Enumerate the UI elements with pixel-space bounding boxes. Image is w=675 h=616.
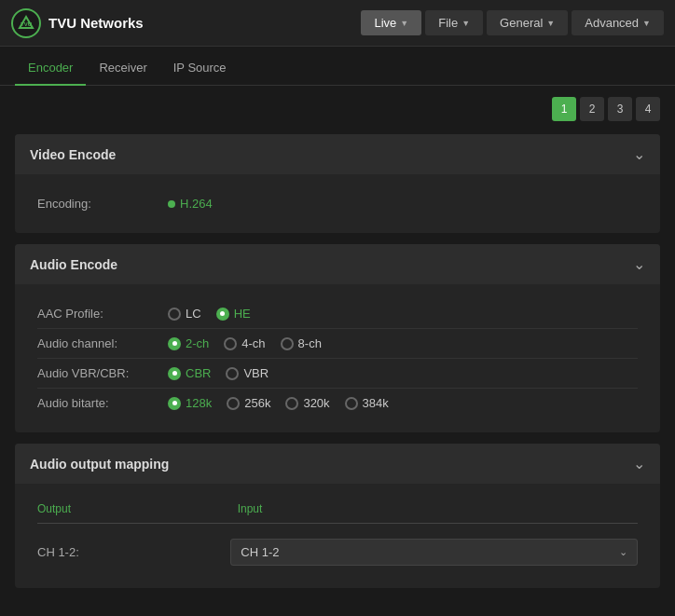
output-ch12-label: CH 1-2: bbox=[37, 545, 230, 559]
audio-channel-row: Audio channel: 2-ch 4-ch 8-ch bbox=[37, 329, 638, 359]
audio-channel-controls: 2-ch 4-ch 8-ch bbox=[168, 336, 638, 350]
bitrate-256k-option[interactable]: 256k bbox=[227, 396, 270, 410]
channel-2ch-option[interactable]: 2-ch bbox=[168, 336, 209, 350]
channel-8ch-option[interactable]: 8-ch bbox=[281, 336, 322, 350]
aac-lc-radio bbox=[168, 308, 181, 321]
nav-general-button[interactable]: General ▼ bbox=[487, 10, 568, 35]
aac-lc-option[interactable]: LC bbox=[168, 307, 201, 321]
mapping-header-row: Output Input bbox=[37, 499, 638, 524]
bitrate-128k-option[interactable]: 128k bbox=[168, 396, 212, 410]
nav-buttons: Live ▼ File ▼ General ▼ Advanced ▼ bbox=[361, 10, 664, 35]
audio-encode-title: Audio Encode bbox=[30, 257, 117, 272]
audio-output-mapping-title: Audio output mapping bbox=[30, 457, 169, 472]
aac-profile-controls: LC HE bbox=[168, 307, 638, 321]
audio-bitrate-controls: 128k 256k 320k 384k bbox=[168, 396, 638, 410]
audio-output-mapping-section: Audio output mapping ⌄ Output Input CH 1… bbox=[15, 444, 660, 588]
nav-advanced-button[interactable]: Advanced ▼ bbox=[572, 10, 664, 35]
encoding-green-dot bbox=[168, 200, 175, 208]
channel-8ch-radio bbox=[281, 337, 294, 350]
cbr-option[interactable]: CBR bbox=[168, 366, 211, 380]
general-dropdown-arrow: ▼ bbox=[546, 19, 555, 28]
subnav-receiver[interactable]: Receiver bbox=[86, 51, 159, 86]
encoding-value: H.264 bbox=[168, 197, 213, 211]
page-btn-3[interactable]: 3 bbox=[608, 97, 632, 121]
page-numbers: 1 2 3 4 bbox=[15, 97, 660, 121]
audio-encode-header[interactable]: Audio Encode ⌄ bbox=[15, 244, 660, 284]
encoding-label: Encoding: bbox=[37, 197, 168, 211]
input-col-header: Input bbox=[238, 502, 638, 515]
encoding-controls: H.264 bbox=[168, 197, 638, 211]
page-btn-1[interactable]: 1 bbox=[552, 97, 576, 121]
file-dropdown-arrow: ▼ bbox=[461, 19, 470, 28]
bitrate-384k-radio bbox=[345, 397, 358, 410]
output-col-header: Output bbox=[37, 502, 238, 515]
bitrate-320k-radio bbox=[285, 397, 298, 410]
encoding-row: Encoding: H.264 bbox=[37, 189, 638, 218]
subnav-encoder[interactable]: Encoder bbox=[15, 51, 86, 86]
video-encode-section: Video Encode ⌄ Encoding: H.264 bbox=[15, 134, 660, 233]
channel-2ch-radio bbox=[168, 337, 181, 350]
bitrate-320k-option[interactable]: 320k bbox=[285, 396, 329, 410]
svg-text:TVU: TVU bbox=[21, 21, 32, 27]
aac-profile-row: AAC Profile: LC HE bbox=[37, 299, 638, 329]
audio-vbrcbr-row: Audio VBR/CBR: CBR VBR bbox=[37, 359, 638, 389]
video-encode-chevron: ⌄ bbox=[633, 145, 645, 163]
audio-encode-body: AAC Profile: LC HE Audio channel: bbox=[15, 284, 660, 432]
audio-output-mapping-body: Output Input CH 1-2: CH 1-2 ⌄ bbox=[15, 484, 660, 588]
aac-he-radio bbox=[216, 308, 229, 321]
top-nav: TVU TVU Networks Live ▼ File ▼ General ▼… bbox=[0, 0, 675, 47]
channel-4ch-option[interactable]: 4-ch bbox=[224, 336, 265, 350]
sub-nav: Encoder Receiver IP Source bbox=[0, 47, 675, 86]
aac-he-option[interactable]: HE bbox=[216, 307, 251, 321]
bitrate-128k-radio bbox=[168, 397, 181, 410]
tvu-logo-icon: TVU bbox=[11, 8, 41, 38]
mapping-row-ch12: CH 1-2: CH 1-2 ⌄ bbox=[37, 531, 638, 573]
audio-bitrate-row: Audio bitarte: 128k 256k 320k bbox=[37, 389, 638, 418]
mapping-table: Output Input CH 1-2: CH 1-2 ⌄ bbox=[37, 499, 638, 573]
audio-encode-section: Audio Encode ⌄ AAC Profile: LC HE bbox=[15, 244, 660, 432]
audio-bitrate-label: Audio bitarte: bbox=[37, 396, 168, 410]
bitrate-384k-option[interactable]: 384k bbox=[345, 396, 389, 410]
page-btn-2[interactable]: 2 bbox=[580, 97, 604, 121]
cbr-radio bbox=[168, 367, 181, 380]
audio-output-mapping-header[interactable]: Audio output mapping ⌄ bbox=[15, 444, 660, 484]
audio-vbrcbr-controls: CBR VBR bbox=[168, 366, 638, 380]
page-btn-4[interactable]: 4 bbox=[636, 97, 660, 121]
company-name: TVU Networks bbox=[48, 15, 144, 31]
select-arrow-ch12: ⌄ bbox=[619, 546, 627, 558]
aac-profile-label: AAC Profile: bbox=[37, 307, 168, 321]
nav-live-button[interactable]: Live ▼ bbox=[361, 10, 421, 35]
vbr-option[interactable]: VBR bbox=[226, 366, 269, 380]
video-encode-header[interactable]: Video Encode ⌄ bbox=[15, 134, 660, 174]
audio-vbrcbr-label: Audio VBR/CBR: bbox=[37, 366, 168, 380]
vbr-radio bbox=[226, 367, 239, 380]
main-content: 1 2 3 4 Video Encode ⌄ Encoding: H.264 bbox=[0, 86, 675, 610]
input-ch12-select[interactable]: CH 1-2 ⌄ bbox=[230, 539, 638, 566]
video-encode-body: Encoding: H.264 bbox=[15, 174, 660, 233]
advanced-dropdown-arrow: ▼ bbox=[642, 19, 651, 28]
bitrate-256k-radio bbox=[227, 397, 240, 410]
subnav-ip-source[interactable]: IP Source bbox=[160, 51, 240, 86]
video-encode-title: Video Encode bbox=[30, 147, 116, 162]
channel-4ch-radio bbox=[224, 337, 237, 350]
nav-file-button[interactable]: File ▼ bbox=[425, 10, 483, 35]
audio-encode-chevron: ⌄ bbox=[633, 255, 645, 273]
audio-output-mapping-chevron: ⌄ bbox=[633, 455, 645, 472]
audio-channel-label: Audio channel: bbox=[37, 336, 168, 350]
logo-area: TVU TVU Networks bbox=[11, 8, 144, 38]
live-dropdown-arrow: ▼ bbox=[400, 19, 408, 28]
